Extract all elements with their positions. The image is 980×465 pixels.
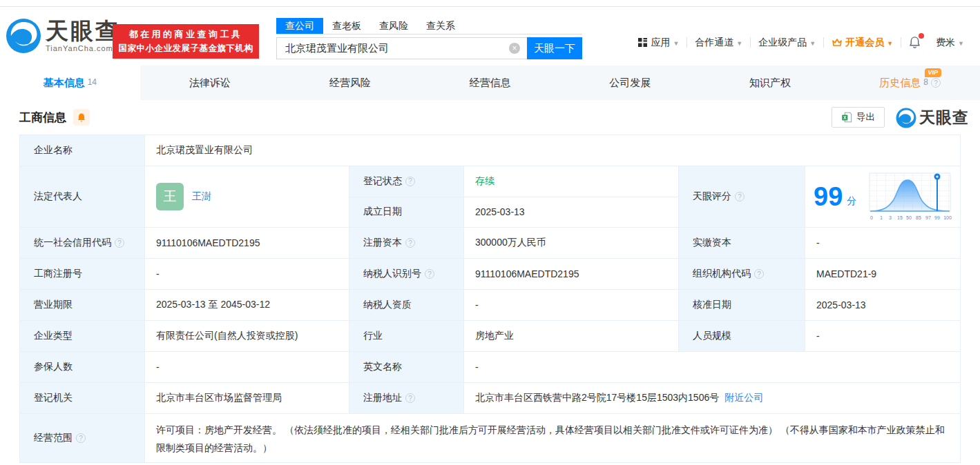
tab-label: 经营信息 [470, 77, 511, 90]
field-value-company-name: 北京珺茂置业有限公司 [145, 135, 960, 166]
nav-enterprise[interactable]: 企业级产品 ▼ [751, 37, 823, 49]
value-text: 有限责任公司(自然人投资或控股) [156, 330, 298, 342]
field-value-industry: 房地产业 [464, 321, 678, 351]
score-distribution-chart: 0 1 3 15 50 85 97 99 100 [867, 170, 954, 224]
help-icon[interactable]: ? [405, 177, 415, 186]
nav-vip[interactable]: 开通会员 ▼ [824, 37, 901, 49]
logo-domain: TianYanCha.com [46, 44, 120, 52]
label-text: 成立日期 [363, 206, 402, 218]
company-tabbar: 基本信息 14 法律诉讼 经营风险 经营信息 公司发展 知识产权 VIP 历史信… [0, 66, 980, 100]
value-text: 91110106MAEDTD2195 [475, 268, 579, 279]
field-label-taxpayer-quality: 纳税人资质 [349, 290, 463, 320]
search-tab-relation[interactable]: 查关系 [417, 18, 464, 34]
value-text: 许可项目：房地产开发经营。 （依法须经批准的项目，经相关部门批准后方可开展经营活… [156, 421, 949, 457]
label-text: 企业类型 [34, 330, 73, 342]
notifications-bell[interactable] [901, 36, 928, 49]
nav-vip-label: 开通会员 [845, 37, 884, 49]
field-label-legal-rep: 法定代表人 [20, 166, 144, 227]
field-value-taxpayer-id: 91110106MAEDTD2195 [464, 259, 678, 289]
field-value-legal-rep: 王 王澍 [145, 166, 349, 227]
tab-business-info[interactable]: 经营信息 [420, 66, 560, 100]
tab-basic-info[interactable]: 基本信息 14 [0, 66, 140, 100]
label-text: 纳税人识别号 [363, 268, 421, 280]
field-label-reg-status: 登记状态 ? [349, 166, 463, 197]
clear-search-icon[interactable]: × [509, 43, 520, 54]
label-text: 参保人数 [34, 361, 73, 373]
nav-apps-label: 应用 [651, 37, 670, 49]
watermark-brand-name: 天眼查 [919, 107, 969, 128]
svg-text:15: 15 [897, 215, 903, 220]
search-tab-company[interactable]: 查公司 [276, 18, 323, 34]
export-button[interactable]: X 导出 [832, 107, 885, 128]
field-label-staff-size: 人员规模 [679, 321, 805, 351]
search-tab-risk[interactable]: 查风险 [370, 18, 417, 34]
chevron-down-icon: ▼ [736, 40, 742, 47]
nearby-companies-link[interactable]: 附近公司 [724, 392, 763, 404]
tab-business-risk[interactable]: 经营风险 [280, 66, 420, 100]
tianyancha-logo[interactable]: 天眼查 TianYanCha.com [6, 18, 120, 54]
tab-label: 经营风险 [329, 77, 371, 90]
tab-intellectual-property[interactable]: 知识产权 [700, 66, 840, 100]
chevron-down-icon: ▼ [958, 40, 964, 47]
value-text: - [475, 299, 479, 310]
tab-company-development[interactable]: 公司发展 [560, 66, 700, 100]
field-label-score: 天眼评分 ? [679, 166, 805, 227]
field-label-reg-capital: 注册资本 ? [349, 228, 463, 258]
tab-label: 历史信息 [879, 77, 921, 90]
field-label-reg-number: 工商注册号 [20, 259, 144, 289]
field-value-org-code: MAEDTD21-9 [805, 259, 960, 289]
help-icon[interactable]: ? [754, 269, 764, 279]
help-icon[interactable]: ? [405, 393, 415, 403]
search-input[interactable] [276, 37, 527, 59]
help-icon[interactable]: ? [405, 238, 415, 248]
tab-label: 公司发展 [609, 77, 651, 90]
logo-swirl-icon [6, 18, 41, 54]
search-tabs: 查公司 查老板 查风险 查关系 [276, 18, 582, 34]
legal-rep-avatar[interactable]: 王 [156, 183, 184, 210]
tab-legal-lawsuits[interactable]: 法律诉讼 [140, 66, 280, 100]
field-label-business-term: 营业期限 [20, 290, 144, 320]
help-icon[interactable]: ? [931, 78, 941, 88]
label-text: 企业名称 [34, 144, 73, 157]
value-text: MAEDTD21-9 [816, 268, 876, 279]
label-text: 工商注册号 [34, 268, 82, 280]
field-value-reg-capital: 300000万人民币 [464, 228, 678, 258]
nav-apps[interactable]: 应用 ▼ [630, 37, 686, 49]
field-value-paid-capital: - [805, 228, 960, 258]
value-text: 2025-03-13 [816, 299, 866, 310]
status-badge: 存续 [475, 175, 494, 188]
help-icon[interactable]: ? [425, 269, 434, 279]
field-value-score: 99 分 0 1 3 15 50 85 97 99 [805, 166, 960, 227]
logo-brand-name: 天眼查 [46, 19, 120, 43]
field-value-establish-date: 2025-03-13 [464, 197, 678, 228]
site-header: 天眼查 TianYanCha.com 都在用的商业查询工具 国家中小企业发展子基… [0, 7, 980, 66]
slogan-line1: 都在用的商业查询工具 [129, 28, 243, 41]
nav-partner-label: 合作通道 [695, 37, 733, 49]
nav-partner[interactable]: 合作通道 ▼ [687, 37, 750, 49]
label-text: 人员规模 [693, 330, 731, 342]
legal-rep-link[interactable]: 王澍 [192, 190, 211, 203]
header-nav: 应用 ▼ 合作通道 ▼ 企业级产品 ▼ 开通会员 ▼ [630, 36, 972, 49]
score-number: 99 [814, 184, 843, 210]
label-text: 登记状态 [363, 175, 402, 188]
help-icon[interactable]: ? [115, 238, 124, 248]
help-icon[interactable]: ? [735, 192, 744, 201]
label-text: 登记机关 [34, 392, 73, 404]
search-tab-boss[interactable]: 查老板 [323, 18, 370, 34]
nav-user[interactable]: 费米 ▼ [928, 37, 972, 49]
svg-text:1: 1 [880, 215, 883, 220]
field-label-business-scope: 经营范围 ? [20, 414, 144, 462]
field-value-company-type: 有限责任公司(自然人投资或控股) [145, 321, 349, 351]
value-text: 2025-03-13 至 2045-03-12 [156, 299, 270, 311]
label-text: 行业 [363, 330, 383, 342]
tab-label: 知识产权 [749, 77, 791, 90]
label-text: 英文名称 [363, 361, 402, 373]
field-value-reg-number: - [145, 259, 349, 289]
tab-history-info[interactable]: VIP 历史信息 8 ? [840, 66, 980, 100]
search-button[interactable]: 天眼一下 [527, 37, 582, 59]
value-text: 北京珺茂置业有限公司 [156, 144, 253, 157]
monitor-bell-button[interactable] [73, 109, 90, 126]
help-icon[interactable]: ? [76, 433, 86, 443]
value-text: 2025-03-13 [475, 206, 525, 217]
label-text: 注册地址 [363, 392, 402, 404]
